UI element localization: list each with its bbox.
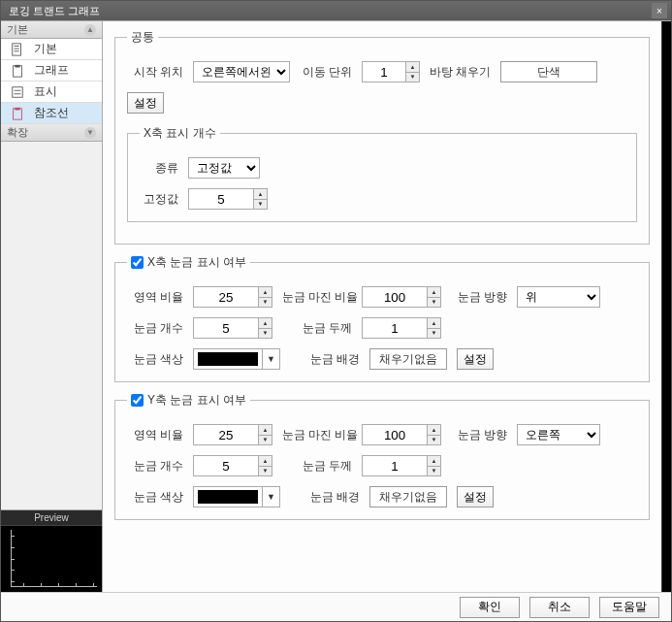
label-y-direction: 눈금 방향 — [451, 428, 507, 442]
legend-x-graduation[interactable]: X축 눈금 표시 여부 — [131, 254, 246, 271]
label-y-count: 눈금 개수 — [127, 459, 183, 474]
display-bg-fill: 단색 — [500, 61, 597, 82]
svg-rect-5 — [15, 64, 19, 67]
label-bg-fill: 바탕 채우기 — [430, 65, 491, 80]
label-y-margin-ratio: 눈금 마진 비율 — [282, 428, 352, 442]
spin-up-icon[interactable]: ▲ — [406, 62, 419, 73]
document-icon — [11, 43, 24, 56]
spin-up-icon[interactable]: ▲ — [428, 287, 440, 298]
spin-up-icon[interactable]: ▲ — [428, 425, 440, 436]
sidebar-item-graph[interactable]: 그래프 — [1, 60, 102, 82]
sidebar-item-label: 그래프 — [34, 62, 69, 79]
label-x-count: 눈금 개수 — [127, 321, 183, 336]
select-xcount-type[interactable]: 고정값 — [188, 157, 260, 179]
checkbox-y-graduation[interactable] — [131, 394, 144, 407]
svg-rect-6 — [13, 86, 23, 97]
sidebar-item-label: 표시 — [34, 83, 57, 100]
cancel-button[interactable]: 취소 — [529, 597, 590, 618]
group-xaxis-count: X축 표시 개수 종류 고정값 고정값 ▲▼ — [127, 125, 637, 222]
legend-common: 공통 — [127, 29, 158, 46]
sidebar-category-expand[interactable]: 확장 ▼ — [1, 124, 102, 142]
collapse-up-icon[interactable]: ▲ — [84, 24, 96, 36]
dialog-footer: 확인 취소 도움말 — [1, 592, 671, 621]
color-swatch-icon — [198, 352, 258, 366]
button-y-bg-settings[interactable]: 설정 — [457, 486, 494, 507]
dialog-window: 로깅 트랜드 그래프 × 기본 ▲ 기본 그래프 — [0, 0, 672, 622]
list-icon — [11, 85, 24, 99]
label-x-area-ratio: 영역 비율 — [127, 290, 183, 305]
spinner-x-area-ratio[interactable]: ▲▼ — [193, 286, 272, 308]
window-title: 로깅 트랜드 그래프 — [9, 4, 100, 18]
spin-down-icon[interactable]: ▼ — [259, 298, 272, 308]
close-icon[interactable]: × — [652, 3, 667, 18]
spin-down-icon[interactable]: ▼ — [259, 467, 272, 476]
select-y-direction[interactable]: 오른쪽 — [517, 424, 600, 445]
display-y-bg: 채우기없음 — [369, 486, 447, 507]
svg-rect-0 — [13, 43, 21, 54]
spin-up-icon[interactable]: ▲ — [259, 425, 272, 436]
spin-down-icon[interactable]: ▼ — [428, 329, 440, 339]
group-y-graduation: Y축 눈금 표시 여부 영역 비율 ▲▼ 눈금 마진 비율 ▲▼ 눈금 방향 오… — [114, 392, 650, 520]
background-edge — [661, 21, 671, 592]
sidebar-item-display[interactable]: 표시 — [1, 82, 102, 103]
spin-up-icon[interactable]: ▲ — [259, 456, 272, 467]
spin-down-icon[interactable]: ▼ — [428, 467, 440, 476]
spin-down-icon[interactable]: ▼ — [259, 436, 272, 445]
help-button[interactable]: 도움말 — [599, 597, 659, 618]
label-start-position: 시작 위치 — [127, 65, 183, 80]
preview-panel: Preview — [1, 509, 102, 592]
label-type: 종류 — [140, 161, 178, 176]
display-x-bg: 채우기없음 — [369, 348, 447, 370]
preview-label: Preview — [1, 510, 102, 526]
label-y-color: 눈금 색상 — [127, 490, 183, 505]
spinner-move-unit[interactable]: ▲▼ — [362, 61, 420, 82]
clipboard-icon — [11, 64, 24, 78]
label-x-direction: 눈금 방향 — [451, 290, 507, 305]
spinner-x-thickness[interactable]: ▲▼ — [362, 317, 441, 339]
color-swatch-icon — [198, 490, 258, 504]
button-x-bg-settings[interactable]: 설정 — [457, 348, 494, 370]
combo-x-color[interactable]: ▼ — [193, 348, 280, 370]
sidebar: 기본 ▲ 기본 그래프 표시 — [1, 21, 103, 592]
dropdown-icon[interactable]: ▼ — [262, 349, 279, 369]
ok-button[interactable]: 확인 — [460, 597, 520, 618]
spin-up-icon[interactable]: ▲ — [254, 189, 267, 200]
spin-down-icon[interactable]: ▼ — [259, 329, 272, 339]
sidebar-item-basic[interactable]: 기본 — [1, 39, 102, 60]
dropdown-icon[interactable]: ▼ — [262, 487, 279, 507]
spin-up-icon[interactable]: ▲ — [428, 318, 440, 329]
label-x-thickness: 눈금 두께 — [282, 321, 352, 336]
spin-up-icon[interactable]: ▲ — [428, 456, 440, 467]
spinner-x-margin-ratio[interactable]: ▲▼ — [362, 286, 441, 308]
spinner-y-count[interactable]: ▲▼ — [193, 455, 272, 476]
spinner-y-thickness[interactable]: ▲▼ — [362, 455, 441, 476]
label-y-thickness: 눈금 두께 — [282, 459, 352, 474]
spin-down-icon[interactable]: ▼ — [254, 200, 267, 210]
sidebar-item-refline[interactable]: 참조선 — [1, 103, 102, 124]
select-start-position[interactable]: 오른쪽에서왼쪽 — [193, 61, 290, 82]
spinner-x-count[interactable]: ▲▼ — [193, 317, 272, 339]
spinner-y-area-ratio[interactable]: ▲▼ — [193, 424, 272, 445]
label-x-color: 눈금 색상 — [127, 352, 183, 367]
legend-y-graduation[interactable]: Y축 눈금 표시 여부 — [131, 392, 246, 409]
checkbox-x-graduation[interactable] — [131, 256, 144, 269]
spin-up-icon[interactable]: ▲ — [259, 287, 272, 298]
expand-down-icon[interactable]: ▼ — [84, 127, 96, 139]
spin-down-icon[interactable]: ▼ — [428, 436, 440, 445]
label-y-bg: 눈금 배경 — [290, 490, 360, 505]
spinner-fixed-value[interactable]: ▲▼ — [188, 188, 268, 210]
label-x-bg: 눈금 배경 — [290, 352, 360, 367]
main-content: 공통 시작 위치 오른쪽에서왼쪽 이동 단위 ▲▼ 바탕 채우기 단색 설정 X… — [103, 21, 661, 592]
spin-down-icon[interactable]: ▼ — [428, 298, 440, 308]
label-y-area-ratio: 영역 비율 — [127, 428, 183, 442]
group-x-graduation: X축 눈금 표시 여부 영역 비율 ▲▼ 눈금 마진 비율 ▲▼ 눈금 방향 위… — [114, 254, 650, 382]
spin-down-icon[interactable]: ▼ — [406, 73, 419, 82]
spinner-y-margin-ratio[interactable]: ▲▼ — [362, 424, 441, 445]
select-x-direction[interactable]: 위 — [517, 286, 600, 308]
sidebar-category-basic[interactable]: 기본 ▲ — [1, 21, 102, 39]
clipboard-icon — [11, 107, 24, 120]
spin-up-icon[interactable]: ▲ — [259, 318, 272, 329]
combo-y-color[interactable]: ▼ — [193, 486, 280, 507]
button-bg-fill-settings[interactable]: 설정 — [127, 92, 164, 114]
label-move-unit: 이동 단위 — [300, 65, 352, 80]
